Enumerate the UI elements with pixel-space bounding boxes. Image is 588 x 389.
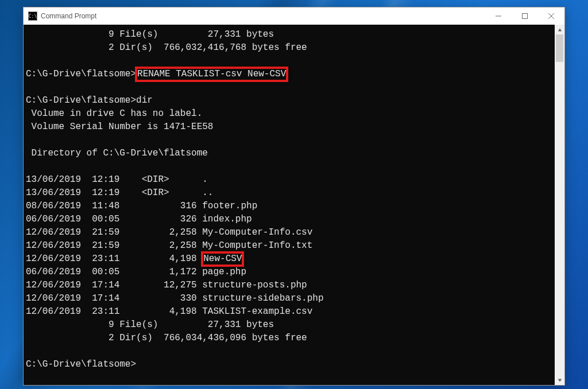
file-name-highlight: New-CSV — [202, 252, 243, 266]
file-name: My-Computer-Info.txt — [202, 240, 312, 251]
dir-command: dir — [136, 95, 153, 106]
dir-listing-row: 06/06/2019 00:05 326 index.php — [26, 214, 252, 224]
file-name: footer.php — [202, 201, 257, 211]
terminal-output[interactable]: 9 File(s) 27,331 bytes 2 Dir(s) 766,032,… — [24, 25, 554, 385]
maximize-button[interactable] — [512, 7, 538, 25]
dir-listing-row: 13/06/2019 12:19 <DIR> . — [26, 174, 208, 185]
summary-files-line: 9 File(s) 27,331 bytes — [26, 320, 274, 330]
file-name: page.php — [202, 267, 246, 277]
command-prompt-window: C:\ Command Prompt 9 File(s) 27,331 byte… — [23, 7, 565, 386]
dir-listing-row: 12/06/2019 23:11 4,198 New-CSV — [26, 254, 243, 264]
dir-listing-row: 12/06/2019 21:59 2,258 My-Computer-Info.… — [26, 227, 312, 238]
close-button[interactable] — [538, 7, 564, 25]
summary-files-line: 9 File(s) 27,331 bytes — [26, 29, 274, 40]
dir-listing-row: 12/06/2019 17:14 330 structure-sidebars.… — [26, 293, 323, 304]
scroll-up-arrow-icon[interactable] — [555, 25, 564, 34]
vertical-scrollbar[interactable] — [555, 25, 564, 385]
file-name: .. — [202, 188, 213, 198]
file-name: index.php — [202, 214, 252, 224]
dir-listing-row: 13/06/2019 12:19 <DIR> .. — [26, 188, 213, 198]
scrollbar-track[interactable] — [555, 34, 564, 375]
dir-listing-row: 12/06/2019 17:14 12,275 structure-posts.… — [26, 280, 307, 290]
titlebar[interactable]: C:\ Command Prompt — [24, 7, 564, 25]
dir-listing-row: 08/06/2019 11:48 316 footer.php — [26, 201, 257, 211]
scroll-down-arrow-icon[interactable] — [555, 375, 564, 385]
volume-line: Volume in drive C has no label. — [26, 108, 202, 119]
file-name: structure-sidebars.php — [202, 293, 323, 304]
dir-listing-row: 06/06/2019 00:05 1,172 page.php — [26, 267, 246, 277]
window-title: Command Prompt — [41, 12, 96, 20]
prompt-path: C:\G-Drive\flatsome> — [26, 95, 136, 106]
summary-dirs-line: 2 Dir(s) 766,032,416,768 bytes free — [26, 42, 307, 53]
svg-rect-1 — [523, 14, 528, 19]
dir-listing-row: 12/06/2019 21:59 2,258 My-Computer-Info.… — [26, 240, 312, 251]
file-name: My-Computer-Info.csv — [202, 227, 312, 238]
minimize-button[interactable] — [485, 7, 512, 25]
terminal-client-area: 9 File(s) 27,331 bytes 2 Dir(s) 766,032,… — [24, 25, 564, 385]
cmd-icon: C:\ — [28, 11, 37, 21]
directory-of-line: Directory of C:\G-Drive\flatsome — [26, 148, 208, 158]
scrollbar-thumb[interactable] — [556, 34, 563, 62]
rename-command-highlight: RENAME TASKLIST-csv New-CSV — [136, 68, 287, 81]
volume-serial-line: Volume Serial Number is 1471-EE58 — [26, 122, 213, 132]
dir-listing-row: 12/06/2019 23:11 4,198 TASKLIST-example.… — [26, 306, 312, 317]
file-name: structure-posts.php — [202, 280, 307, 290]
prompt-path: C:\G-Drive\flatsome> — [26, 69, 136, 79]
file-name: TASKLIST-example.csv — [202, 306, 312, 317]
prompt-path[interactable]: C:\G-Drive\flatsome> — [26, 359, 136, 369]
summary-dirs-line: 2 Dir(s) 766,034,436,096 bytes free — [26, 333, 307, 343]
file-name: . — [202, 174, 208, 185]
